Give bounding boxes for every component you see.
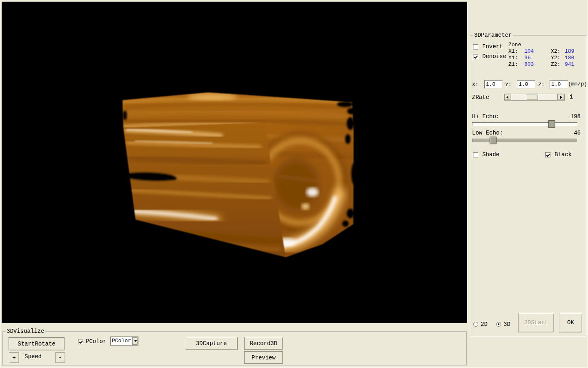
scale-y-field[interactable] bbox=[517, 80, 535, 89]
denoise-label: Denoise bbox=[482, 54, 506, 60]
pcolor-dropdown-value: PColor bbox=[111, 337, 132, 345]
zrate-thumb[interactable] bbox=[526, 94, 538, 100]
preview-button[interactable]: Preview bbox=[244, 351, 283, 364]
zone-title: Zone bbox=[508, 42, 521, 48]
zone-z1-value: 803 bbox=[524, 61, 534, 67]
zone-z2-label: Z2: bbox=[551, 61, 560, 67]
black-checkbox[interactable] bbox=[545, 152, 550, 157]
zone-y2-label: Y2: bbox=[551, 55, 560, 61]
zrate-left-arrow-icon[interactable] bbox=[504, 94, 511, 100]
denoise-checkbox[interactable] bbox=[473, 54, 478, 59]
zone-x2-value: 189 bbox=[565, 48, 574, 54]
pcolor-label: PColor bbox=[86, 339, 106, 345]
scale-z-field[interactable] bbox=[550, 80, 568, 89]
low-echo-value: 46 bbox=[560, 130, 581, 136]
zrate-label: ZRate bbox=[472, 94, 489, 101]
mode-3d-label: 3D bbox=[503, 321, 510, 328]
scale-y-label: Y: bbox=[505, 82, 512, 88]
invert-label: Invert bbox=[482, 44, 503, 50]
zrate-scrollbar[interactable] bbox=[504, 94, 565, 101]
low-echo-slider[interactable] bbox=[472, 137, 577, 145]
mode-2d-label: 2D bbox=[481, 321, 488, 328]
low-echo-thumb[interactable] bbox=[490, 137, 497, 144]
scale-z-label: Z: bbox=[538, 82, 545, 88]
hi-echo-slider[interactable] bbox=[472, 120, 577, 128]
zrate-value: 1 bbox=[570, 94, 573, 100]
black-label: Black bbox=[555, 152, 572, 158]
ok-button[interactable]: OK bbox=[559, 313, 582, 332]
application-window: { "colors": { "panel_bg": "#ece9d8", "va… bbox=[0, 0, 588, 368]
shade-label: Shade bbox=[482, 152, 499, 158]
mode-2d-radio[interactable] bbox=[473, 322, 478, 327]
record-3d-button[interactable]: Record3D bbox=[244, 337, 283, 350]
dropdown-arrow-icon[interactable] bbox=[132, 337, 138, 345]
low-echo-label: Low Echo: bbox=[472, 130, 503, 136]
hi-echo-thumb[interactable] bbox=[548, 120, 555, 128]
zone-z1-label: Z1: bbox=[508, 61, 518, 67]
shade-checkbox[interactable] bbox=[473, 152, 478, 157]
visualize-groupbox-title: 3DVisualize bbox=[5, 328, 45, 334]
zone-y1-value: 96 bbox=[524, 55, 531, 61]
parameter-groupbox: 3DParameter Invert Denoise Zone X1: 104 … bbox=[470, 35, 586, 336]
pcolor-dropdown[interactable]: PColor bbox=[110, 337, 138, 346]
volume-render-3d[interactable] bbox=[2, 2, 467, 323]
hi-echo-track[interactable] bbox=[472, 122, 577, 126]
pcolor-checkbox[interactable] bbox=[78, 339, 83, 344]
invert-checkbox[interactable] bbox=[473, 44, 478, 49]
low-echo-track[interactable] bbox=[472, 139, 577, 142]
start-rotate-button[interactable]: StartRotate bbox=[9, 337, 65, 350]
mode-3d-radio[interactable] bbox=[496, 322, 501, 327]
speed-plus-button[interactable]: + bbox=[9, 352, 19, 363]
speed-minus-button[interactable]: - bbox=[55, 352, 65, 363]
start-3d-button[interactable]: 3DStart bbox=[518, 313, 554, 332]
capture-3d-button[interactable]: 3DCapture bbox=[185, 337, 238, 350]
parameter-groupbox-title: 3DParameter bbox=[473, 32, 513, 38]
visualize-groupbox: 3DVisualize StartRotate PColor PColor 3D… bbox=[2, 331, 467, 366]
speed-label: Speed bbox=[24, 354, 42, 360]
zone-z2-value: 941 bbox=[565, 61, 574, 67]
scale-x-label: X: bbox=[472, 82, 479, 88]
scale-unit-label: (mm/p) bbox=[568, 81, 587, 87]
zone-y1-label: Y1: bbox=[508, 55, 518, 61]
scale-x-field[interactable] bbox=[484, 80, 503, 89]
zone-x1-label: X1: bbox=[508, 48, 518, 54]
zone-x1-value: 104 bbox=[524, 48, 534, 54]
window-edge-left bbox=[0, 0, 1, 368]
zone-y2-value: 180 bbox=[565, 55, 574, 61]
render-viewport[interactable] bbox=[2, 2, 467, 323]
hi-echo-value: 198 bbox=[560, 114, 581, 120]
zone-x2-label: X2: bbox=[551, 48, 560, 54]
zrate-right-arrow-icon[interactable] bbox=[557, 94, 564, 100]
hi-echo-label: Hi Echo: bbox=[472, 114, 499, 120]
